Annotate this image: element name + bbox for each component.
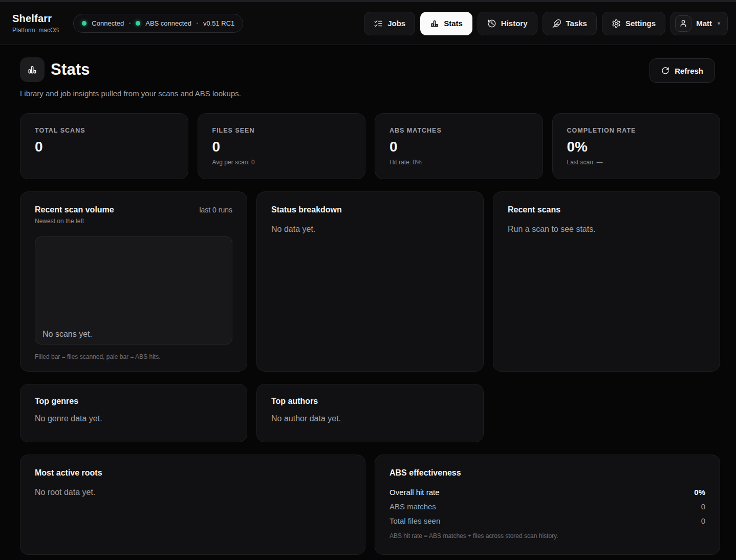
user-icon xyxy=(679,19,687,28)
row-value: 0 xyxy=(701,516,705,525)
connection-status-pill: Connected ABS connected v0.51 RC1 xyxy=(73,14,243,33)
brand-block: Shelfarr Platform: macOS xyxy=(12,13,59,34)
connected-status-dot xyxy=(82,21,86,26)
abs-row-overall-hit-rate: Overall hit rate 0% xyxy=(389,485,705,499)
status-breakdown-card: Status breakdown No data yet. xyxy=(256,191,484,372)
stat-sub: Avg per scan: 0 xyxy=(212,159,351,166)
nav-stats-button[interactable]: Stats xyxy=(420,12,472,35)
chart-empty-state: No scans yet. xyxy=(42,330,92,339)
empty-state: Run a scan to see stats. xyxy=(508,225,705,234)
history-clock-icon xyxy=(487,19,496,28)
nav-jobs-button[interactable]: Jobs xyxy=(364,12,415,35)
top-genres-card: Top genres No genre data yet. xyxy=(20,384,247,442)
row-label: Overall hit rate xyxy=(389,488,440,497)
row-label: Total files seen xyxy=(389,516,440,525)
scan-volume-chart: No scans yet. xyxy=(35,236,232,344)
bar-chart-icon xyxy=(27,64,37,75)
empty-state: No root data yet. xyxy=(35,488,351,497)
bar-chart-icon xyxy=(430,19,439,28)
top-authors-card: Top authors No author data yet. xyxy=(256,384,484,442)
stat-value: 0 xyxy=(389,139,528,155)
app-header: Shelfarr Platform: macOS Connected ABS c… xyxy=(0,2,736,45)
refresh-icon xyxy=(661,67,669,75)
separator-dot xyxy=(129,23,131,24)
card-title: Recent scans xyxy=(508,205,705,214)
connected-label: Connected xyxy=(92,19,124,27)
card-title: Top authors xyxy=(271,397,469,406)
scan-volume-subtitle: Newest on the left xyxy=(35,218,232,225)
row-value: 0% xyxy=(694,488,705,497)
platform-label: Platform: macOS xyxy=(12,27,59,34)
version-label: v0.51 RC1 xyxy=(203,19,234,27)
stat-value: 0% xyxy=(567,139,706,155)
most-active-roots-card: Most active roots No root data yet. xyxy=(20,455,365,555)
empty-grid-cell xyxy=(493,384,720,442)
card-title: ABS effectiveness xyxy=(389,468,705,478)
abs-connected-status-dot xyxy=(136,21,140,26)
page-head: Stats Library and job insights pulled fr… xyxy=(20,57,720,98)
refresh-button[interactable]: Refresh xyxy=(650,58,715,83)
abs-footnote: ABS hit rate = ABS matches ÷ files acros… xyxy=(389,532,705,540)
row-label: ABS matches xyxy=(389,502,436,511)
nav-tasks-button[interactable]: Tasks xyxy=(543,12,597,35)
avatar xyxy=(675,15,691,32)
recent-scan-volume-card: Recent scan volume last 0 runs Newest on… xyxy=(20,191,247,372)
stat-sub: Last scan: — xyxy=(567,159,706,166)
nav-jobs-label: Jobs xyxy=(387,19,405,28)
stat-card-files-seen: FILES SEEN 0 Avg per scan: 0 xyxy=(198,113,366,179)
card-title: Status breakdown xyxy=(271,205,469,214)
stat-card-completion-rate: COMPLETION RATE 0% Last scan: — xyxy=(552,113,721,179)
stat-label: COMPLETION RATE xyxy=(567,127,706,134)
stat-card-abs-matches: ABS MATCHES 0 Hit rate: 0% xyxy=(375,113,543,179)
stat-value: 0 xyxy=(212,139,351,155)
page-subtitle: Library and job insights pulled from you… xyxy=(20,89,720,98)
middle-cards-row: Recent scan volume last 0 runs Newest on… xyxy=(20,191,720,372)
list-checks-icon xyxy=(374,19,383,28)
gear-icon xyxy=(612,19,621,28)
card-title: Most active roots xyxy=(35,468,351,478)
page-title: Stats xyxy=(51,60,90,79)
feather-icon xyxy=(552,19,561,28)
refresh-label: Refresh xyxy=(675,67,703,75)
nav-settings-label: Settings xyxy=(625,19,656,28)
row-value: 0 xyxy=(701,502,705,511)
nav-settings-button[interactable]: Settings xyxy=(602,12,665,35)
recent-scans-card: Recent scans Run a scan to see stats. xyxy=(493,191,720,372)
abs-connected-label: ABS connected xyxy=(145,19,191,27)
stat-sub: Hit rate: 0% xyxy=(389,159,528,166)
genre-author-row: Top genres No genre data yet. Top author… xyxy=(20,384,720,442)
abs-row-total-files-seen: Total files seen 0 xyxy=(389,513,705,528)
nav-tasks-label: Tasks xyxy=(566,19,587,28)
separator-dot xyxy=(197,23,198,24)
card-title: Top genres xyxy=(35,397,232,406)
chart-legend-note: Filled bar = files scanned, pale bar = A… xyxy=(35,353,232,360)
user-menu-button[interactable]: Matt ▾ xyxy=(670,12,728,35)
chevron-down-icon: ▾ xyxy=(718,20,720,26)
stat-label: ABS MATCHES xyxy=(389,127,528,134)
abs-effectiveness-rows: Overall hit rate 0% ABS matches 0 Total … xyxy=(389,485,705,528)
empty-state: No data yet. xyxy=(271,225,469,234)
card-title: Recent scan volume xyxy=(35,205,114,214)
user-name-label: Matt xyxy=(696,19,712,28)
nav-stats-label: Stats xyxy=(444,19,463,28)
stat-cards-row: TOTAL SCANS 0 FILES SEEN 0 Avg per scan:… xyxy=(20,113,720,179)
stats-page-icon xyxy=(20,57,45,82)
stat-value: 0 xyxy=(35,139,174,155)
nav-history-label: History xyxy=(501,19,528,28)
nav-history-button[interactable]: History xyxy=(478,12,537,35)
empty-state: No author data yet. xyxy=(271,414,469,423)
stat-card-total-scans: TOTAL SCANS 0 xyxy=(20,113,188,179)
stat-label: TOTAL SCANS xyxy=(35,127,174,134)
app-title: Shelfarr xyxy=(12,13,59,25)
stats-page: Stats Library and job insights pulled fr… xyxy=(0,45,736,560)
abs-effectiveness-card: ABS effectiveness Overall hit rate 0% AB… xyxy=(375,455,720,555)
scan-volume-range: last 0 runs xyxy=(199,206,232,214)
stat-label: FILES SEEN xyxy=(212,127,351,134)
main-nav: Jobs Stats History Tasks Settings xyxy=(364,12,728,35)
abs-row-abs-matches: ABS matches 0 xyxy=(389,499,705,513)
empty-state: No genre data yet. xyxy=(35,414,232,423)
bottom-cards-row: Most active roots No root data yet. ABS … xyxy=(20,455,720,555)
